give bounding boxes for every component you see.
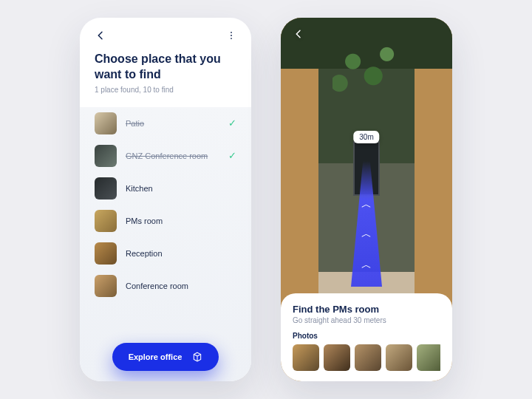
place-label: GNZ Conference room: [126, 151, 228, 160]
list-item[interactable]: Reception: [80, 237, 251, 270]
place-label: Kitchen: [126, 184, 236, 193]
photos-row[interactable]: [293, 344, 440, 371]
photo-thumb[interactable]: [355, 344, 381, 371]
more-icon[interactable]: [226, 30, 236, 41]
photos-label: Photos: [293, 332, 440, 340]
place-thumb: [95, 210, 117, 232]
list-item[interactable]: GNZ Conference room ✓: [80, 140, 251, 172]
chevron-up-icon: ︿: [361, 228, 372, 241]
check-icon: ✓: [228, 117, 236, 129]
svg-point-1: [231, 35, 232, 36]
check-icon: ✓: [228, 150, 236, 161]
distance-badge: 30m: [353, 131, 379, 143]
back-icon[interactable]: [293, 28, 304, 43]
instruction-card: Find the PMs room Go straight ahead 30 m…: [281, 293, 452, 381]
place-thumb: [95, 242, 117, 265]
place-label: Conference room: [126, 282, 236, 290]
chevron-up-icon: ︿: [361, 259, 372, 272]
place-thumb: [95, 275, 117, 297]
card-subtitle: Go straight ahead 30 meters: [293, 316, 440, 324]
list-item[interactable]: PMs room: [80, 205, 251, 237]
photo-thumb[interactable]: [324, 344, 350, 371]
place-label: Patio: [126, 119, 228, 128]
list-item[interactable]: Conference room: [80, 270, 251, 302]
svg-point-2: [231, 38, 232, 39]
page-title: Choose place that you want to find: [95, 52, 236, 83]
ar-navigation-screen: ︿ ︿ ︿ 30m Find the PMs room Go straight …: [281, 18, 452, 381]
list-item[interactable]: Patio ✓: [80, 107, 251, 140]
place-thumb: [95, 177, 117, 200]
card-title: Find the PMs room: [293, 304, 440, 315]
photo-thumb[interactable]: [293, 344, 319, 371]
page-subtitle: 1 place found, 10 to find: [95, 86, 236, 94]
explore-office-button[interactable]: Explore office: [112, 343, 219, 371]
photo-thumb[interactable]: [417, 344, 440, 371]
place-thumb: [95, 145, 117, 167]
chevron-up-icon: ︿: [361, 198, 372, 211]
photo-thumb[interactable]: [386, 344, 412, 371]
place-label: PMs room: [126, 216, 236, 225]
back-icon[interactable]: [95, 30, 106, 41]
cube-icon: [192, 352, 202, 362]
svg-point-0: [231, 32, 232, 33]
place-thumb: [95, 112, 117, 134]
place-label: Reception: [126, 249, 236, 258]
list-item[interactable]: Kitchen: [80, 172, 251, 205]
cta-label: Explore office: [129, 352, 183, 361]
places-list: Patio ✓ GNZ Conference room ✓ Kitchen PM…: [80, 107, 251, 381]
places-list-screen: Choose place that you want to find 1 pla…: [80, 18, 251, 381]
